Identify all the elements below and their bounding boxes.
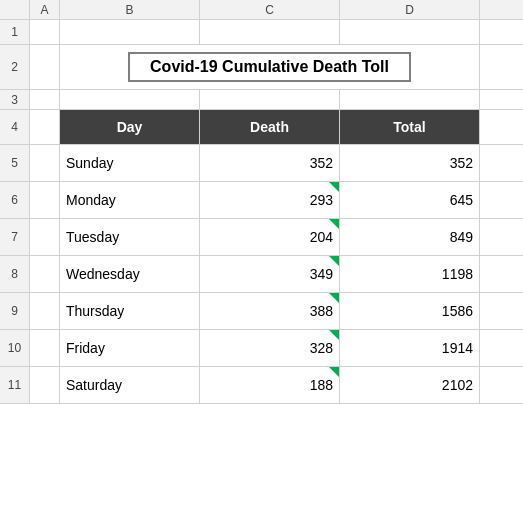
- row-num-4: 4: [0, 110, 30, 144]
- cell-3b: [60, 90, 200, 109]
- cell-10d: 1914: [340, 330, 480, 366]
- cell-9c: 388: [200, 293, 340, 329]
- green-triangle-icon: [329, 293, 339, 303]
- cell-10b: Friday: [60, 330, 200, 366]
- cell-6a: [30, 182, 60, 218]
- green-triangle-icon: [329, 219, 339, 229]
- cell-3c: [200, 90, 340, 109]
- row-3: 3: [0, 90, 523, 110]
- row-num-9: 9: [0, 293, 30, 329]
- row-6: 6 Monday 293 645: [0, 182, 523, 219]
- row-9: 9 Thursday 388 1586: [0, 293, 523, 330]
- cell-10a: [30, 330, 60, 366]
- row-2: 2 Covid-19 Cumulative Death Toll: [0, 45, 523, 90]
- cell-5c: 352: [200, 145, 340, 181]
- cell-8b: Wednesday: [60, 256, 200, 292]
- col-header-d: D: [340, 0, 480, 19]
- green-triangle-icon: [329, 367, 339, 377]
- row-num-11: 11: [0, 367, 30, 403]
- row-num-10: 10: [0, 330, 30, 366]
- cell-3d: [340, 90, 480, 109]
- cell-5b: Sunday: [60, 145, 200, 181]
- row-num-8: 8: [0, 256, 30, 292]
- row-1: 1: [0, 20, 523, 45]
- cell-7d: 849: [340, 219, 480, 255]
- cell-11a: [30, 367, 60, 403]
- cell-11d: 2102: [340, 367, 480, 403]
- cell-9a: [30, 293, 60, 329]
- cell-7c: 204: [200, 219, 340, 255]
- cell-1b: [60, 20, 200, 44]
- cell-7b: Tuesday: [60, 219, 200, 255]
- cell-1d: [340, 20, 480, 44]
- cell-6d: 645: [340, 182, 480, 218]
- green-triangle-icon: [329, 330, 339, 340]
- title-box: Covid-19 Cumulative Death Toll: [128, 52, 411, 82]
- cell-2bcd: Covid-19 Cumulative Death Toll: [60, 45, 480, 89]
- col-header-a: A: [30, 0, 60, 19]
- row-8: 8 Wednesday 349 1198: [0, 256, 523, 293]
- cell-10c: 328: [200, 330, 340, 366]
- row-10: 10 Friday 328 1914: [0, 330, 523, 367]
- cell-8a: [30, 256, 60, 292]
- row-7: 7 Tuesday 204 849: [0, 219, 523, 256]
- col-header-b: B: [60, 0, 200, 19]
- cell-5d: 352: [340, 145, 480, 181]
- green-triangle-icon: [329, 182, 339, 192]
- cell-8c: 349: [200, 256, 340, 292]
- cell-8d: 1198: [340, 256, 480, 292]
- row-num-3: 3: [0, 90, 30, 109]
- cell-1c: [200, 20, 340, 44]
- cell-9d: 1586: [340, 293, 480, 329]
- row-num-1: 1: [0, 20, 30, 44]
- cell-7a: [30, 219, 60, 255]
- row-num-6: 6: [0, 182, 30, 218]
- corner-cell: [0, 0, 30, 19]
- cell-6c: 293: [200, 182, 340, 218]
- header-death: Death: [200, 110, 340, 144]
- data-rows: 5 Sunday 352 352 6 Monday 293 645 7 Tues…: [0, 145, 523, 404]
- cell-5a: [30, 145, 60, 181]
- cell-1a: [30, 20, 60, 44]
- row-num-2: 2: [0, 45, 30, 89]
- header-total: Total: [340, 110, 480, 144]
- row-11: 11 Saturday 188 2102: [0, 367, 523, 404]
- cell-11c: 188: [200, 367, 340, 403]
- header-day: Day: [60, 110, 200, 144]
- col-header-row: A B C D: [0, 0, 523, 20]
- cell-4a: [30, 110, 60, 144]
- row-num-7: 7: [0, 219, 30, 255]
- green-triangle-icon: [329, 256, 339, 266]
- cell-9b: Thursday: [60, 293, 200, 329]
- row-5: 5 Sunday 352 352: [0, 145, 523, 182]
- cell-6b: Monday: [60, 182, 200, 218]
- row-4: 4 Day Death Total: [0, 110, 523, 145]
- col-header-c: C: [200, 0, 340, 19]
- spreadsheet: A B C D 1 2 Covid-19 Cumulative Death To…: [0, 0, 523, 517]
- row-num-5: 5: [0, 145, 30, 181]
- cell-11b: Saturday: [60, 367, 200, 403]
- cell-3a: [30, 90, 60, 109]
- cell-2a: [30, 45, 60, 89]
